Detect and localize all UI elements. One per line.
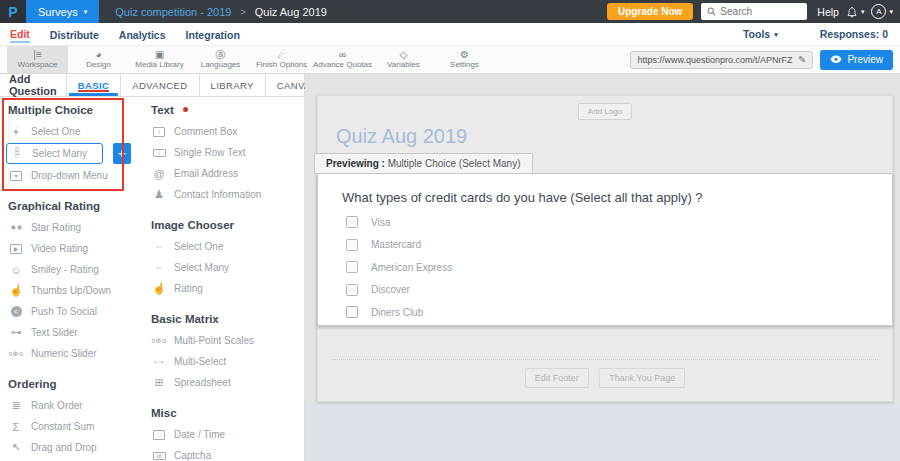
toolbar-label: Finish Options [256,60,307,70]
question-type-image-rating[interactable]: ☝ Rating [149,278,304,299]
select-many-highlight[interactable]: ☑ ☑ ☐ Select Many [6,143,103,164]
toolbar-variables[interactable]: ◇ Variables [373,46,434,73]
question-type-select-one[interactable]: ○ ◉ ○ Select One [6,121,131,142]
toolbar-languages[interactable]: ⓐ Languages [190,46,251,73]
add-logo-button[interactable]: Add Logo [578,103,632,120]
calendar-icon-wrap: ∷ [151,430,167,440]
question-type-select-many[interactable]: ☑ ☑ ☐ Select Many + [6,142,131,165]
question-type-dropdown-menu[interactable]: ▾ Drop-down Menu [6,165,131,186]
smiley-icon: ☺ [8,264,24,276]
question-type-star-rating[interactable]: ★★ Star Rating [6,217,131,238]
toolbar-workspace[interactable]: |≡ Workspace [7,46,68,73]
option-label: American Express [371,262,452,273]
tab-advanced[interactable]: ADVANCED [120,74,198,96]
question-type-column-1: Multiple Choice ○ ◉ ○ Select One ☑ ☑ ☐ S… [6,97,131,461]
preview-button[interactable]: Preview [820,50,893,70]
panel-title: Add Question [0,74,66,96]
question-type-rank-order[interactable]: ≣ Rank Order [6,395,131,416]
sigma-icon: Σ [8,421,24,433]
checkbox[interactable] [346,239,358,251]
stage-bottom-band [305,402,900,461]
preview-label: Preview [847,54,883,65]
thumb-icon: ☝ [8,284,24,297]
questionpro-logo-icon: P [8,5,17,19]
question-type-single-row-text[interactable]: I Single Row Text [149,142,304,163]
question-type-multi-select[interactable]: ▪○▪ Multi-Select [149,351,304,372]
question-type-label: Text Slider [31,327,78,338]
question-type-captcha[interactable]: x8 Captcha [149,445,304,461]
question-type-drag-and-drop[interactable]: ↖ Drag and Drop [6,437,131,458]
option-label: Discover [371,284,410,295]
thank-you-page-button[interactable]: Thank You Page [599,368,685,388]
question-type-email-address[interactable]: @ Email Address [149,163,304,184]
menu-integration[interactable]: Integration [186,27,240,41]
search-input[interactable] [720,6,800,17]
question-type-spreadsheet[interactable]: ⊞ Spreadsheet [149,372,304,393]
active-tab-indicator [69,93,119,96]
tools-menu[interactable]: Tools ▾ [743,28,778,40]
survey-title[interactable]: Quiz Aug 2019 [336,125,467,148]
checkbox[interactable] [346,216,358,228]
notifications-menu[interactable]: ▾ [846,0,865,23]
question-type-push-to-social[interactable]: < Push To Social [6,301,131,322]
toolbar-media-library[interactable]: ▣ Media Library [129,46,190,73]
option-label: Visa [371,217,390,228]
question-type-label: Select One [31,126,80,137]
question-type-label: Constant Sum [31,421,94,432]
option-row: Mastercard [346,234,892,257]
question-type-text-slider[interactable]: ⊶ Text Slider [6,322,131,343]
account-menu[interactable]: A ▾ [871,0,893,23]
tab-library[interactable]: LIBRARY [199,74,265,96]
section-title-label: Text [151,104,174,116]
checkbox[interactable] [346,284,358,296]
menu-distribute[interactable]: Distribute [50,27,99,41]
edit-footer-button[interactable]: Edit Footer [525,368,589,388]
question-type-column-2: Text I Comment Box I Single Row Text @ E… [149,97,304,461]
question-type-label: Select Many [32,148,87,159]
menu-analytics[interactable]: Analytics [119,27,166,41]
question-type-date-time[interactable]: ∷ Date / Time [149,424,304,445]
question-type-constant-sum[interactable]: Σ Constant Sum [6,416,131,437]
question-preview-panel: What types of credit cards do you have (… [317,173,893,326]
global-search[interactable] [701,3,807,20]
question-type-contact-information[interactable]: ♟ Contact Information [149,184,304,205]
question-type-label: Select Many [174,262,229,273]
menu-edit[interactable]: Edit [10,26,30,43]
help-link[interactable]: Help [817,6,839,18]
question-type-numeric-slider[interactable]: o⊕o Numeric Slider [6,343,131,364]
previewing-status: Previewing : Multiple Choice (Select Man… [314,153,533,174]
toolbar-design[interactable]: ◕ Design [68,46,129,73]
question-type-thumbs-up-down[interactable]: ☝ Thumbs Up/Down [6,280,131,301]
surveys-label: Surveys [38,6,78,18]
tab-label: BASIC [78,80,110,91]
survey-url-field[interactable]: https://www.questionpro.com/t/APNrFZ ✎ [630,51,813,69]
checkbox[interactable] [346,261,358,273]
tab-basic[interactable]: BASIC [66,74,121,96]
toolbar-advance-quotas[interactable]: ∞ Advance Quotas [312,46,373,73]
checkbox[interactable] [346,306,358,318]
question-type-multi-point-scales[interactable]: o⊕o Multi-Point Scales [149,330,304,351]
upgrade-now-button[interactable]: Upgrade Now [607,3,693,20]
breadcrumb-parent[interactable]: Quiz competition - 2019 [115,6,231,18]
question-type-label: Multi-Select [174,356,226,367]
comment-box-icon-wrap: I [151,127,167,137]
question-type-image-select-many[interactable]: ▫▫ Select Many [149,257,304,278]
app-logo[interactable]: P [0,0,26,23]
responses-count[interactable]: Responses: 0 [820,28,888,40]
question-type-smiley-rating[interactable]: ☺ Smiley - Rating [6,259,131,280]
menubar-right: Tools ▾ Responses: 0 [743,28,890,40]
question-type-label: Rating [174,283,203,294]
numeric-slider-icon: o⊕o [8,350,24,358]
edit-pencil-icon[interactable]: ✎ [798,54,806,65]
question-type-label: Smiley - Rating [31,264,99,275]
question-type-label: Contact Information [174,189,261,200]
question-type-comment-box[interactable]: I Comment Box [149,121,304,142]
toolbar-finish-options[interactable]: ☄ Finish Options [251,46,312,73]
question-type-image-select-one[interactable]: ▫▫ Select One [149,236,304,257]
builder-toolbar: |≡ Workspace ◕ Design ▣ Media Library ⓐ … [0,46,900,74]
toolbar-settings[interactable]: ⚙ Settings [434,46,495,73]
toolbar-label: Languages [201,60,241,70]
add-select-many-button[interactable]: + [113,143,131,164]
question-type-video-rating[interactable]: ▶ Video Rating [6,238,131,259]
surveys-menu[interactable]: Surveys ▾ [26,0,99,23]
